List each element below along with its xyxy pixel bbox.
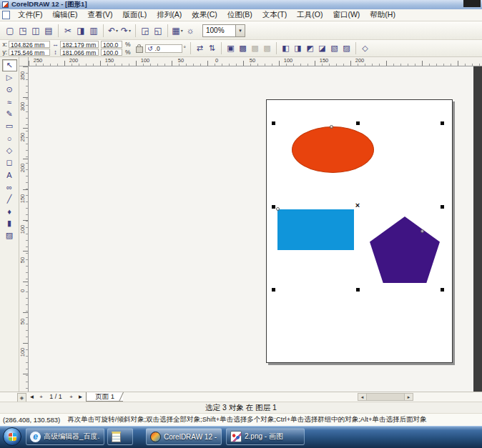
selection-handle[interactable] bbox=[272, 205, 275, 209]
menu-item[interactable]: 编辑(E) bbox=[47, 9, 82, 19]
taskbar-button-paint[interactable]: 2.png - 画图 bbox=[226, 428, 305, 445]
x-position-field[interactable]: 104.826 mm bbox=[9, 41, 50, 48]
redo-icon[interactable]: ↷ bbox=[119, 24, 132, 37]
to-front-icon[interactable]: ◩ bbox=[304, 42, 316, 54]
application-launcher-icon[interactable]: ▦ bbox=[167, 24, 184, 37]
taskbar-button-notepad[interactable] bbox=[107, 428, 133, 445]
taskbar: e 高级编辑器_百度... CorelDRAW 12 -... 2.png - … bbox=[0, 426, 482, 448]
zoom-tool[interactable]: ⊙ bbox=[2, 84, 17, 96]
taskbar-button-coreldraw[interactable]: CorelDRAW 12 -... bbox=[146, 428, 222, 445]
open-icon[interactable]: ◳ bbox=[16, 24, 29, 37]
mirror-horizontal-icon[interactable]: ⇄ bbox=[190, 42, 206, 54]
selection-center-marker[interactable]: × bbox=[352, 201, 363, 209]
horizontal-scrollbar[interactable]: ◂ ▸ bbox=[358, 393, 413, 401]
zoom-level-combo[interactable]: 100% ▾ bbox=[202, 24, 245, 37]
chevron-down-icon[interactable]: ▾ bbox=[235, 25, 245, 36]
drawing-canvas[interactable]: × bbox=[29, 66, 482, 392]
node-marker[interactable] bbox=[276, 207, 280, 211]
export-icon[interactable]: ◱ bbox=[152, 24, 164, 37]
menu-item[interactable]: 版面(L) bbox=[117, 9, 152, 19]
node-marker[interactable] bbox=[420, 229, 424, 233]
selection-handle[interactable] bbox=[356, 121, 360, 125]
object-width-field[interactable]: 182.179 mm bbox=[60, 41, 99, 48]
selection-handle[interactable] bbox=[441, 205, 444, 209]
forward-one-icon[interactable]: ▧ bbox=[328, 42, 340, 54]
rectangle-tool[interactable]: ▭ bbox=[2, 120, 17, 132]
ellipse-tool[interactable]: ○ bbox=[2, 132, 17, 144]
menu-item[interactable]: 窗口(W) bbox=[328, 9, 365, 19]
menu-item[interactable]: 排列(A) bbox=[152, 9, 187, 19]
shape-tool[interactable]: ▷ bbox=[2, 71, 17, 84]
first-page-button[interactable]: ◄ bbox=[28, 393, 36, 401]
object-height-field[interactable]: 181.066 mm bbox=[60, 49, 99, 56]
last-page-button[interactable]: ► bbox=[77, 393, 84, 401]
convert-to-curves-icon[interactable]: ◇ bbox=[355, 42, 371, 54]
vertical-ruler[interactable]: 35030025020015010050050100 bbox=[19, 66, 29, 392]
object-buttons: ⇄⇅▣▩▩▩◧◨◩◪▧▨◇ bbox=[187, 42, 371, 54]
ungroup-all-icon[interactable]: ▩ bbox=[261, 42, 273, 54]
outline-tool[interactable]: ♦ bbox=[2, 205, 17, 217]
scroll-right-icon[interactable]: ▸ bbox=[405, 394, 413, 400]
percent-label: % bbox=[125, 49, 131, 56]
undo-icon[interactable]: ↶ bbox=[103, 24, 119, 37]
taskbar-button-browser[interactable]: e 高级编辑器_百度... bbox=[26, 428, 104, 445]
new-icon[interactable]: ▢ bbox=[4, 24, 16, 37]
rotation-value: .0 bbox=[155, 45, 160, 52]
scrollbar-thumb[interactable] bbox=[366, 394, 405, 400]
start-button[interactable] bbox=[3, 427, 21, 446]
save-icon[interactable]: ◫ bbox=[29, 24, 42, 37]
interactive-blend-tool[interactable]: ∞ bbox=[2, 181, 17, 193]
eyedropper-tool[interactable]: ╱ bbox=[2, 193, 17, 205]
align-distribute-icon[interactable]: ◧ bbox=[276, 42, 292, 54]
basic-shapes-tool[interactable]: ◻ bbox=[2, 156, 17, 169]
order-icon[interactable]: ◨ bbox=[292, 42, 304, 54]
print-icon[interactable]: ▤ bbox=[42, 24, 55, 37]
y-position-field[interactable]: 175.546 mm bbox=[9, 49, 50, 56]
group-icon[interactable]: ▩ bbox=[237, 42, 249, 54]
freehand-tool[interactable]: ≈ bbox=[2, 96, 17, 108]
text-tool[interactable]: A bbox=[2, 169, 17, 181]
zoom-level-value: 100% bbox=[203, 26, 235, 34]
add-page-after-button[interactable]: + bbox=[67, 393, 75, 401]
scale-y-field[interactable]: 100.0 bbox=[101, 49, 122, 56]
combine-icon[interactable]: ▣ bbox=[221, 42, 237, 54]
ruler-origin-corner[interactable] bbox=[19, 57, 29, 66]
scroll-left-icon[interactable]: ◂ bbox=[358, 394, 366, 400]
selection-handle[interactable] bbox=[272, 288, 275, 292]
selection-handle[interactable] bbox=[441, 288, 444, 292]
lock-ratio-icon[interactable] bbox=[136, 46, 143, 53]
scale-x-field[interactable]: 100.0 bbox=[101, 41, 122, 48]
menu-item[interactable]: 帮助(H) bbox=[365, 9, 400, 19]
menu-item[interactable]: 文件(F) bbox=[13, 9, 47, 19]
menu-item[interactable]: 位图(B) bbox=[222, 9, 257, 19]
menu-item[interactable]: 工具(O) bbox=[292, 9, 328, 19]
menu-item[interactable]: 文本(T) bbox=[257, 9, 292, 19]
to-back-icon[interactable]: ◪ bbox=[316, 42, 328, 54]
mirror-vertical-icon[interactable]: ⇅ bbox=[206, 42, 218, 54]
back-one-icon[interactable]: ▨ bbox=[340, 42, 353, 54]
smart-drawing-tool[interactable]: ✎ bbox=[2, 108, 17, 120]
screen-artifact bbox=[463, 0, 481, 7]
horizontal-ruler[interactable]: 25020015010050050100150200 bbox=[29, 57, 482, 66]
fill-tool[interactable]: ▮ bbox=[2, 217, 17, 229]
ungroup-icon[interactable]: ▩ bbox=[249, 42, 261, 54]
ellipse-shape[interactable] bbox=[292, 126, 374, 173]
rectangle-shape[interactable] bbox=[277, 209, 354, 250]
paste-icon[interactable]: ▥ bbox=[87, 24, 100, 37]
polygon-tool[interactable]: ◇ bbox=[2, 144, 17, 156]
selection-handle[interactable] bbox=[272, 121, 275, 125]
add-page-before-button[interactable]: + bbox=[37, 393, 45, 401]
page-tab[interactable]: 页面 1 bbox=[86, 392, 123, 402]
menu-item[interactable]: 查看(V) bbox=[82, 9, 117, 19]
selection-handle[interactable] bbox=[441, 121, 444, 125]
node-marker[interactable] bbox=[330, 125, 333, 129]
menu-item[interactable]: 效果(C) bbox=[187, 9, 222, 19]
corel-online-icon[interactable]: ☼ bbox=[184, 24, 197, 37]
selection-handle[interactable] bbox=[356, 288, 360, 292]
import-icon[interactable]: ◲ bbox=[135, 24, 152, 37]
interactive-fill-tool[interactable]: ▨ bbox=[2, 229, 17, 242]
copy-icon[interactable]: ◨ bbox=[74, 24, 87, 37]
rotation-field[interactable]: ↺ .0 bbox=[145, 44, 182, 53]
pick-tool[interactable]: ↖ bbox=[2, 59, 17, 71]
cut-icon[interactable]: ✂ bbox=[58, 24, 74, 37]
